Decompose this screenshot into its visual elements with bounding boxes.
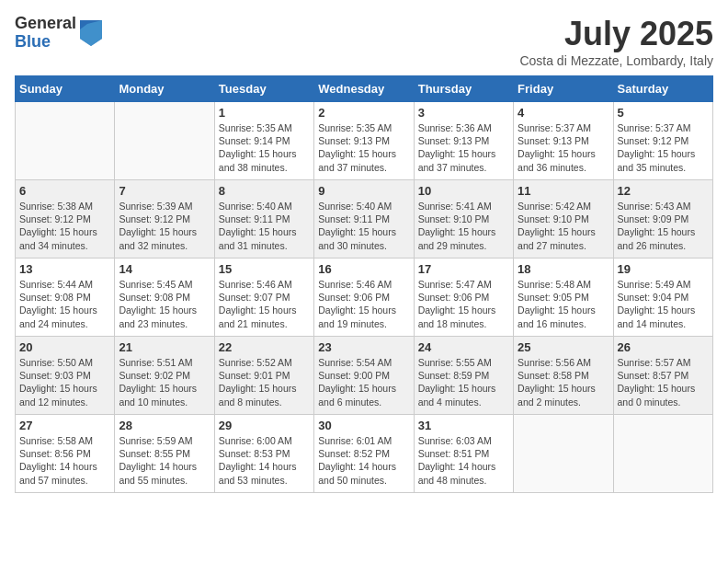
day-number: 6 (19, 184, 110, 198)
calendar-cell: 11Sunrise: 5:42 AM Sunset: 9:10 PM Dayli… (514, 180, 613, 259)
calendar-week-row: 20Sunrise: 5:50 AM Sunset: 9:03 PM Dayli… (16, 337, 713, 415)
weekday-header-row: SundayMondayTuesdayWednesdayThursdayFrid… (16, 76, 713, 102)
day-info: Sunrise: 6:00 AM Sunset: 8:53 PM Dayligh… (219, 434, 310, 487)
weekday-header: Saturday (613, 76, 712, 102)
day-number: 9 (318, 184, 409, 198)
calendar-table: SundayMondayTuesdayWednesdayThursdayFrid… (15, 75, 713, 493)
calendar-cell: 7Sunrise: 5:39 AM Sunset: 9:12 PM Daylig… (115, 180, 214, 259)
day-number: 18 (518, 262, 609, 276)
day-number: 5 (618, 106, 709, 120)
day-info: Sunrise: 5:56 AM Sunset: 8:58 PM Dayligh… (518, 356, 609, 408)
calendar-cell: 12Sunrise: 5:43 AM Sunset: 9:09 PM Dayli… (613, 180, 712, 259)
calendar-cell: 21Sunrise: 5:51 AM Sunset: 9:02 PM Dayli… (115, 337, 214, 415)
calendar-cell: 1Sunrise: 5:35 AM Sunset: 9:14 PM Daylig… (214, 102, 313, 180)
location-subtitle: Costa di Mezzate, Lombardy, Italy (519, 53, 713, 68)
calendar-cell: 4Sunrise: 5:37 AM Sunset: 9:13 PM Daylig… (514, 102, 613, 180)
logo: General Blue (15, 15, 102, 52)
calendar-cell: 20Sunrise: 5:50 AM Sunset: 9:03 PM Dayli… (16, 337, 115, 415)
day-number: 29 (219, 419, 310, 432)
day-info: Sunrise: 5:47 AM Sunset: 9:06 PM Dayligh… (418, 278, 509, 330)
day-number: 20 (19, 340, 110, 354)
day-number: 2 (318, 106, 409, 120)
day-number: 26 (618, 340, 709, 354)
calendar-cell: 24Sunrise: 5:55 AM Sunset: 8:59 PM Dayli… (414, 337, 513, 415)
day-number: 31 (418, 419, 509, 432)
day-info: Sunrise: 5:43 AM Sunset: 9:09 PM Dayligh… (618, 200, 709, 252)
day-number: 8 (219, 184, 310, 198)
day-info: Sunrise: 6:01 AM Sunset: 8:52 PM Dayligh… (318, 434, 409, 487)
day-info: Sunrise: 5:40 AM Sunset: 9:11 PM Dayligh… (318, 200, 409, 252)
day-info: Sunrise: 5:46 AM Sunset: 9:06 PM Dayligh… (318, 278, 409, 330)
day-info: Sunrise: 6:03 AM Sunset: 8:51 PM Dayligh… (418, 434, 509, 487)
calendar-cell: 2Sunrise: 5:35 AM Sunset: 9:13 PM Daylig… (314, 102, 414, 180)
weekday-header: Wednesday (314, 76, 414, 102)
calendar-week-row: 1Sunrise: 5:35 AM Sunset: 9:14 PM Daylig… (16, 102, 713, 180)
calendar-week-row: 13Sunrise: 5:44 AM Sunset: 9:08 PM Dayli… (16, 259, 713, 337)
day-number: 10 (418, 184, 509, 198)
calendar-cell: 6Sunrise: 5:38 AM Sunset: 9:12 PM Daylig… (16, 180, 115, 259)
weekday-header: Friday (514, 76, 613, 102)
day-number: 13 (19, 262, 110, 276)
day-info: Sunrise: 5:36 AM Sunset: 9:13 PM Dayligh… (418, 121, 509, 174)
calendar-cell: 19Sunrise: 5:49 AM Sunset: 9:04 PM Dayli… (613, 259, 712, 337)
day-number: 1 (219, 106, 310, 120)
calendar-week-row: 27Sunrise: 5:58 AM Sunset: 8:56 PM Dayli… (16, 415, 713, 493)
day-number: 25 (518, 340, 609, 354)
day-number: 27 (19, 419, 110, 432)
day-info: Sunrise: 5:51 AM Sunset: 9:02 PM Dayligh… (119, 356, 210, 408)
day-info: Sunrise: 5:59 AM Sunset: 8:55 PM Dayligh… (119, 434, 210, 487)
calendar-cell: 3Sunrise: 5:36 AM Sunset: 9:13 PM Daylig… (414, 102, 513, 180)
calendar-cell: 27Sunrise: 5:58 AM Sunset: 8:56 PM Dayli… (16, 415, 115, 493)
day-info: Sunrise: 5:37 AM Sunset: 9:13 PM Dayligh… (518, 121, 609, 174)
weekday-header: Tuesday (214, 76, 313, 102)
calendar-cell: 25Sunrise: 5:56 AM Sunset: 8:58 PM Dayli… (514, 337, 613, 415)
calendar-cell: 8Sunrise: 5:40 AM Sunset: 9:11 PM Daylig… (214, 180, 313, 259)
calendar-cell: 31Sunrise: 6:03 AM Sunset: 8:51 PM Dayli… (414, 415, 513, 493)
calendar-cell: 30Sunrise: 6:01 AM Sunset: 8:52 PM Dayli… (314, 415, 414, 493)
day-info: Sunrise: 5:52 AM Sunset: 9:01 PM Dayligh… (219, 356, 310, 408)
month-title: July 2025 (519, 15, 713, 53)
calendar-cell: 18Sunrise: 5:48 AM Sunset: 9:05 PM Dayli… (514, 259, 613, 337)
calendar-cell: 16Sunrise: 5:46 AM Sunset: 9:06 PM Dayli… (314, 259, 414, 337)
day-number: 12 (618, 184, 709, 198)
day-info: Sunrise: 5:54 AM Sunset: 9:00 PM Dayligh… (318, 356, 409, 408)
day-info: Sunrise: 5:35 AM Sunset: 9:14 PM Dayligh… (219, 121, 310, 174)
day-number: 3 (418, 106, 509, 120)
calendar-cell: 29Sunrise: 6:00 AM Sunset: 8:53 PM Dayli… (214, 415, 313, 493)
day-info: Sunrise: 5:45 AM Sunset: 9:08 PM Dayligh… (119, 278, 210, 330)
calendar-cell (514, 415, 613, 493)
day-number: 17 (418, 262, 509, 276)
day-number: 23 (318, 340, 409, 354)
calendar-cell (613, 415, 712, 493)
day-number: 16 (318, 262, 409, 276)
day-info: Sunrise: 5:35 AM Sunset: 9:13 PM Dayligh… (318, 121, 409, 174)
page-header: General Blue July 2025 Costa di Mezzate,… (15, 15, 713, 68)
day-number: 21 (119, 340, 210, 354)
weekday-header: Sunday (16, 76, 115, 102)
day-number: 11 (518, 184, 609, 198)
day-number: 30 (318, 419, 409, 432)
day-info: Sunrise: 5:38 AM Sunset: 9:12 PM Dayligh… (19, 200, 110, 252)
calendar-cell: 22Sunrise: 5:52 AM Sunset: 9:01 PM Dayli… (214, 337, 313, 415)
calendar-cell: 13Sunrise: 5:44 AM Sunset: 9:08 PM Dayli… (16, 259, 115, 337)
calendar-cell: 17Sunrise: 5:47 AM Sunset: 9:06 PM Dayli… (414, 259, 513, 337)
day-info: Sunrise: 5:42 AM Sunset: 9:10 PM Dayligh… (518, 200, 609, 252)
day-number: 15 (219, 262, 310, 276)
day-info: Sunrise: 5:40 AM Sunset: 9:11 PM Dayligh… (219, 200, 310, 252)
calendar-cell: 9Sunrise: 5:40 AM Sunset: 9:11 PM Daylig… (314, 180, 414, 259)
day-number: 28 (119, 419, 210, 432)
day-info: Sunrise: 5:44 AM Sunset: 9:08 PM Dayligh… (19, 278, 110, 330)
day-info: Sunrise: 5:58 AM Sunset: 8:56 PM Dayligh… (19, 434, 110, 487)
day-info: Sunrise: 5:41 AM Sunset: 9:10 PM Dayligh… (418, 200, 509, 252)
day-number: 14 (119, 262, 210, 276)
weekday-header: Thursday (414, 76, 513, 102)
calendar-cell: 10Sunrise: 5:41 AM Sunset: 9:10 PM Dayli… (414, 180, 513, 259)
calendar-cell: 14Sunrise: 5:45 AM Sunset: 9:08 PM Dayli… (115, 259, 214, 337)
logo-icon (80, 20, 102, 46)
calendar-cell (16, 102, 115, 180)
calendar-cell: 15Sunrise: 5:46 AM Sunset: 9:07 PM Dayli… (214, 259, 313, 337)
day-info: Sunrise: 5:49 AM Sunset: 9:04 PM Dayligh… (618, 278, 709, 330)
day-info: Sunrise: 5:48 AM Sunset: 9:05 PM Dayligh… (518, 278, 609, 330)
logo-general-text: General (15, 15, 76, 33)
calendar-cell (115, 102, 214, 180)
